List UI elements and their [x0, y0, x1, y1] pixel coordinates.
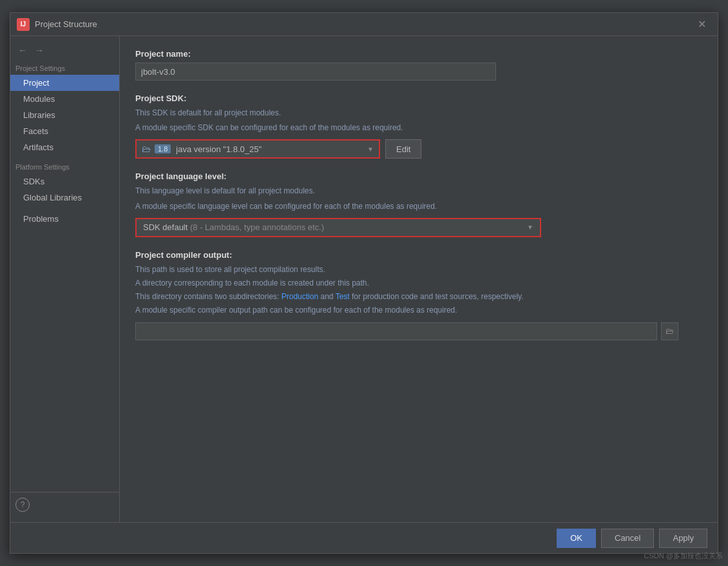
- cancel-button[interactable]: Cancel: [601, 529, 654, 548]
- language-level-group: Project language level: This language le…: [135, 171, 702, 237]
- sidebar-item-modules[interactable]: Modules: [10, 91, 119, 107]
- dialog-footer: OK Cancel Apply: [10, 522, 718, 553]
- language-dropdown-arrow: ▼: [527, 224, 533, 231]
- watermark: CSDN @多加辣也没关系: [644, 551, 723, 561]
- sidebar: ← → Project Settings Project Modules Lib…: [10, 36, 120, 522]
- folder-icon: 🗁: [142, 144, 151, 154]
- language-level-label: Project language level:: [135, 171, 702, 181]
- sidebar-item-artifacts-label: Artifacts: [23, 142, 53, 152]
- folder-browse-icon: 🗁: [666, 326, 674, 336]
- language-desc1: This language level is default for all p…: [135, 185, 702, 197]
- project-settings-label: Project Settings: [10, 62, 119, 75]
- content-area: Project name: Project SDK: This SDK is d…: [120, 36, 718, 522]
- compiler-output-label: Project compiler output:: [135, 250, 702, 260]
- sidebar-item-artifacts[interactable]: Artifacts: [10, 139, 119, 155]
- sdk-dropdown[interactable]: 🗁 1.8 java version "1.8.0_25" ▼: [135, 139, 380, 159]
- language-dropdown[interactable]: SDK default (8 - Lambdas, type annotatio…: [135, 218, 541, 237]
- help-icon: ?: [21, 500, 25, 509]
- project-structure-dialog: IJ Project Structure ✕ ← → Project Setti…: [10, 12, 718, 554]
- forward-arrow[interactable]: →: [32, 44, 46, 57]
- ok-button[interactable]: OK: [557, 529, 596, 548]
- sidebar-item-global-libraries[interactable]: Global Libraries: [10, 190, 119, 206]
- sidebar-item-problems-label: Problems: [23, 214, 59, 224]
- help-button[interactable]: ?: [15, 498, 30, 512]
- sidebar-item-sdks-label: SDKs: [23, 177, 44, 186]
- language-value-main: SDK default: [143, 222, 187, 232]
- sidebar-item-global-libraries-label: Global Libraries: [23, 193, 82, 202]
- language-dropdown-text: SDK default (8 - Lambdas, type annotatio…: [143, 222, 324, 232]
- compiler-output-group: Project compiler output: This path is us…: [135, 250, 702, 340]
- compiler-browse-button[interactable]: 🗁: [661, 322, 678, 340]
- sdk-row: 🗁 1.8 java version "1.8.0_25" ▼ Edit: [135, 139, 702, 159]
- sdk-dropdown-left: 🗁 1.8 java version "1.8.0_25": [142, 144, 262, 154]
- project-name-label: Project name:: [135, 49, 702, 59]
- sdk-dropdown-arrow: ▼: [367, 146, 374, 153]
- sidebar-item-libraries[interactable]: Libraries: [10, 107, 119, 123]
- sidebar-item-sdks[interactable]: SDKs: [10, 173, 119, 190]
- sidebar-item-problems[interactable]: Problems: [10, 211, 119, 227]
- nav-arrows: ← →: [10, 41, 119, 62]
- project-name-input[interactable]: [135, 63, 496, 81]
- sdk-version-badge: 1.8: [155, 144, 171, 153]
- sdk-desc2: A module specific SDK can be configured …: [135, 122, 702, 134]
- language-value-detail: (8 - Lambdas, type annotations etc.): [190, 222, 324, 232]
- compiler-desc3: This directory contains two subdirectori…: [135, 291, 702, 303]
- sdk-edit-button[interactable]: Edit: [385, 139, 421, 159]
- project-sdk-group: Project SDK: This SDK is default for all…: [135, 93, 702, 159]
- compiler-output-row: 🗁: [135, 322, 702, 340]
- compiler-desc2: A directory corresponding to each module…: [135, 277, 702, 289]
- dialog-title: Project Structure: [35, 19, 693, 29]
- sidebar-bottom: ?: [10, 492, 119, 517]
- compiler-desc4: A module specific compiler output path c…: [135, 304, 702, 317]
- sdk-desc1: This SDK is default for all project modu…: [135, 107, 702, 119]
- compiler-output-input[interactable]: [135, 322, 657, 340]
- project-name-group: Project name:: [135, 49, 702, 81]
- title-bar: IJ Project Structure ✕: [10, 13, 718, 36]
- sdk-value-text: java version "1.8.0_25": [176, 144, 262, 154]
- sidebar-item-facets[interactable]: Facets: [10, 123, 119, 139]
- sidebar-item-libraries-label: Libraries: [23, 110, 55, 120]
- sidebar-item-project-label: Project: [23, 78, 49, 88]
- language-desc2: A module specific language level can be …: [135, 200, 702, 213]
- back-arrow[interactable]: ←: [15, 44, 30, 57]
- close-button[interactable]: ✕: [693, 15, 711, 33]
- platform-settings-label: Platform Settings: [10, 161, 119, 173]
- sidebar-item-modules-label: Modules: [23, 94, 55, 104]
- main-content: ← → Project Settings Project Modules Lib…: [10, 36, 718, 522]
- apply-button[interactable]: Apply: [659, 529, 707, 548]
- sidebar-item-facets-label: Facets: [23, 126, 48, 136]
- project-sdk-label: Project SDK:: [135, 93, 702, 103]
- app-icon: IJ: [17, 18, 30, 31]
- sidebar-item-project[interactable]: Project: [10, 75, 119, 91]
- compiler-desc1: This path is used to store all project c…: [135, 264, 702, 276]
